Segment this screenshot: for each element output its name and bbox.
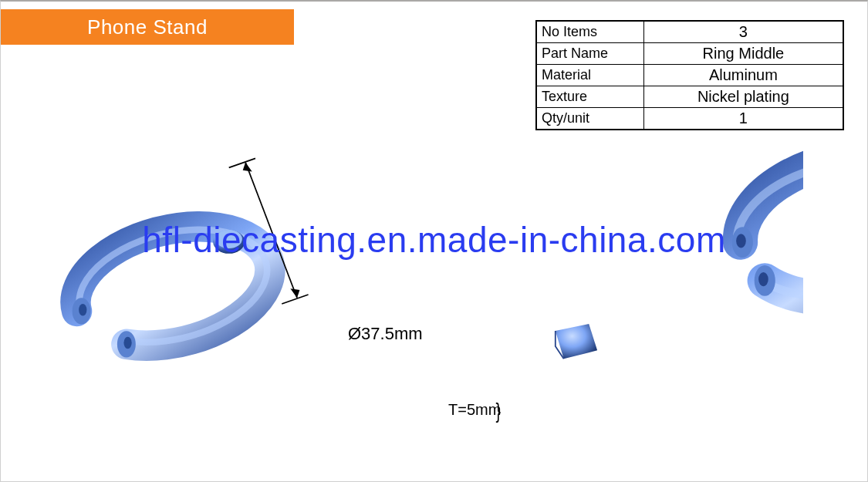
ring-iso-left [47, 156, 325, 394]
table-row: Qty/unit1 [536, 108, 843, 130]
spec-value: 1 [643, 108, 843, 130]
table-row: Part NameRing Middle [536, 43, 843, 65]
spec-label: No Items [536, 21, 643, 43]
svg-marker-8 [290, 288, 299, 298]
drawing-sheet: Phone Stand No Items3Part NameRing Middl… [0, 0, 868, 482]
diameter-label: Ø37.5mm [348, 324, 423, 344]
table-row: TextureNickel plating [536, 86, 843, 108]
spec-label: Qty/unit [536, 108, 643, 130]
spec-table: No Items3Part NameRing MiddleMaterialAlu… [535, 20, 844, 130]
spec-value: Aluminum [643, 65, 843, 86]
spec-label: Part Name [536, 43, 643, 65]
svg-line-10 [282, 295, 308, 304]
svg-point-4 [79, 304, 86, 315]
page-title: Phone Stand [87, 15, 208, 39]
svg-point-13 [736, 234, 746, 248]
spec-label: Texture [536, 86, 643, 108]
title-block: Phone Stand [1, 9, 294, 45]
svg-point-1 [216, 230, 242, 248]
cad-illustration-area: Ø37.5mm [1, 133, 867, 457]
spec-value: Ring Middle [643, 43, 843, 65]
svg-point-14 [758, 272, 768, 286]
thickness-label: T=5mm [448, 401, 501, 419]
svg-line-9 [229, 158, 255, 167]
table-row: No Items3 [536, 21, 843, 43]
svg-point-5 [123, 337, 131, 349]
ring-iso-right [510, 148, 803, 413]
table-row: MaterialAluminum [536, 65, 843, 86]
spec-value: Nickel plating [643, 86, 843, 108]
spec-value: 3 [643, 21, 843, 43]
spec-label: Material [536, 65, 643, 86]
svg-marker-7 [243, 163, 252, 172]
